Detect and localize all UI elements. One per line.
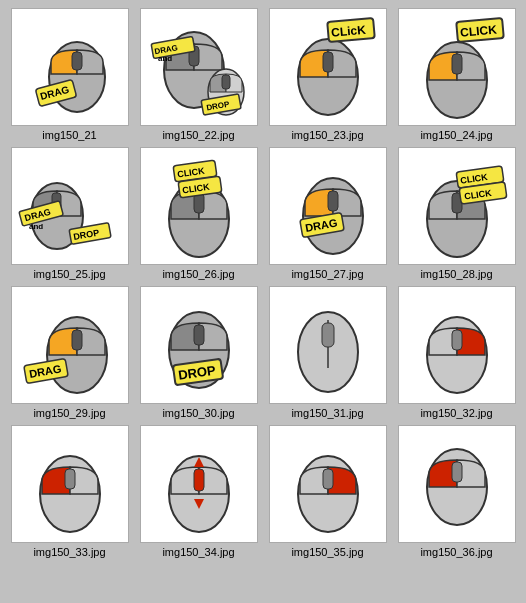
svg-rect-55	[194, 325, 204, 345]
image-filename: img150_24.jpg	[420, 129, 492, 141]
image-thumbnail: CLicK	[269, 8, 387, 126]
image-thumbnail	[269, 425, 387, 543]
image-filename: img150_36.jpg	[420, 546, 492, 558]
svg-rect-20	[452, 54, 462, 74]
image-thumbnail	[269, 286, 387, 404]
svg-text:and: and	[158, 54, 172, 63]
list-item[interactable]: CLICK img150_24.jpg	[395, 8, 518, 141]
list-item[interactable]: CLICK CLICK img150_26.jpg	[137, 147, 260, 280]
svg-rect-72	[323, 469, 333, 489]
list-item[interactable]: img150_32.jpg	[395, 286, 518, 419]
list-item[interactable]: CLICK CLICK img150_28.jpg	[395, 147, 518, 280]
list-item[interactable]: img150_33.jpg	[8, 425, 131, 558]
list-item[interactable]: img150_35.jpg	[266, 425, 389, 558]
image-thumbnail	[140, 425, 258, 543]
image-thumbnail: CLICK CLICK	[140, 147, 258, 265]
image-thumbnail	[11, 425, 129, 543]
image-thumbnail	[398, 425, 516, 543]
image-filename: img150_31.jpg	[291, 407, 363, 419]
list-item[interactable]: img150_36.jpg	[395, 425, 518, 558]
image-grid: DRAG img150_21 DRAG and	[8, 8, 518, 558]
svg-rect-66	[194, 469, 204, 491]
image-thumbnail: DRAG	[11, 8, 129, 126]
image-filename: img150_28.jpg	[420, 268, 492, 280]
image-filename: img150_26.jpg	[162, 268, 234, 280]
svg-rect-3	[72, 52, 82, 70]
svg-rect-60	[322, 323, 334, 347]
svg-rect-16	[323, 52, 333, 72]
svg-text:and: and	[29, 222, 43, 231]
image-thumbnail: DRAG and DROP	[140, 8, 258, 126]
image-filename: img150_23.jpg	[291, 129, 363, 141]
svg-rect-39	[328, 191, 338, 211]
list-item[interactable]: img150_34.jpg	[137, 425, 260, 558]
list-item[interactable]: DRAG img150_21	[8, 8, 131, 141]
image-filename: img150_29.jpg	[33, 407, 105, 419]
svg-rect-64	[65, 469, 75, 489]
image-filename: img150_30.jpg	[162, 407, 234, 419]
image-filename: img150_33.jpg	[33, 546, 105, 558]
svg-rect-76	[452, 462, 462, 482]
svg-rect-9	[222, 75, 230, 89]
image-thumbnail: CLICK	[398, 8, 516, 126]
list-item[interactable]: DRAG and DROP img150_25.jpg	[8, 147, 131, 280]
svg-rect-62	[452, 330, 462, 350]
list-item[interactable]: DROP img150_30.jpg	[137, 286, 260, 419]
list-item[interactable]: img150_31.jpg	[266, 286, 389, 419]
image-thumbnail	[398, 286, 516, 404]
svg-rect-51	[72, 330, 82, 350]
image-filename: img150_21	[42, 129, 96, 141]
image-filename: img150_35.jpg	[291, 546, 363, 558]
image-filename: img150_27.jpg	[291, 268, 363, 280]
image-filename: img150_25.jpg	[33, 268, 105, 280]
list-item[interactable]: DRAG img150_27.jpg	[266, 147, 389, 280]
list-item[interactable]: DRAG and DROP img150_22.jpg	[137, 8, 260, 141]
image-filename: img150_34.jpg	[162, 546, 234, 558]
image-thumbnail: DRAG	[269, 147, 387, 265]
list-item[interactable]: CLicK img150_23.jpg	[266, 8, 389, 141]
image-thumbnail: DRAG and DROP	[11, 147, 129, 265]
list-item[interactable]: DRAG img150_29.jpg	[8, 286, 131, 419]
image-filename: img150_22.jpg	[162, 129, 234, 141]
image-thumbnail: DRAG	[11, 286, 129, 404]
image-thumbnail: CLICK CLICK	[398, 147, 516, 265]
image-filename: img150_32.jpg	[420, 407, 492, 419]
image-thumbnail: DROP	[140, 286, 258, 404]
